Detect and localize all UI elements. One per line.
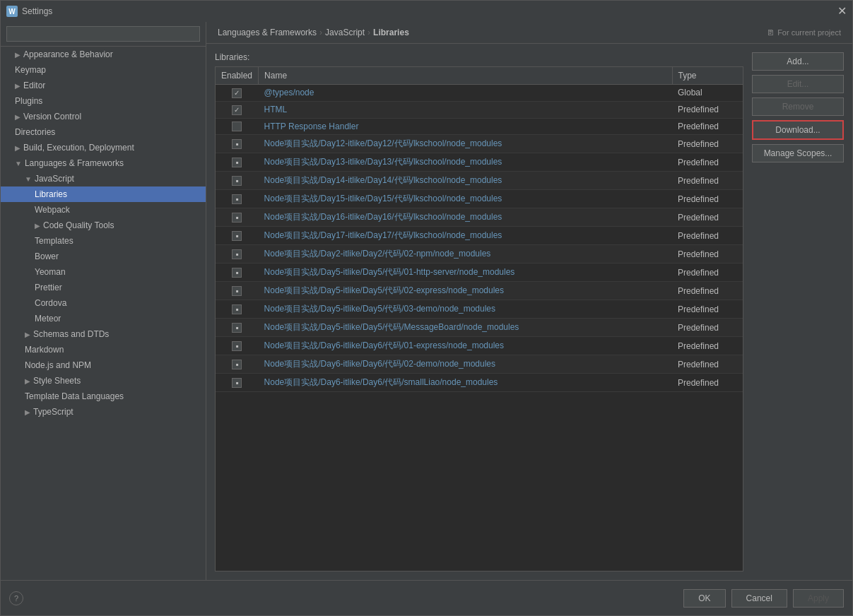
cell-name: Node项目实战/Day16-itlike/Day16/代码/lkschool/… [259,208,672,227]
search-input[interactable] [6,26,200,42]
sidebar-item-template-data[interactable]: Template Data Languages ⧉ [1,389,206,404]
checkbox[interactable] [232,304,242,314]
sidebar-item-label: Version Control [23,112,192,122]
add-button[interactable]: Add... [752,52,844,71]
libraries-table-container[interactable]: Enabled Name Type @types/node Global HTM… [215,66,743,571]
sidebar-item-lang-frameworks[interactable]: ▼ Languages & Frameworks [1,155,206,171]
sidebar-item-plugins[interactable]: Plugins [1,93,206,109]
help-button[interactable]: ? [9,591,23,605]
cell-type: Predefined [672,245,743,263]
sidebar-item-build-exec[interactable]: ▶ Build, Execution, Deployment [1,140,206,155]
ok-button[interactable]: OK [683,589,725,608]
checkbox[interactable] [232,213,242,223]
chevron-right-icon: ▶ [25,377,30,385]
sidebar-item-nodejs-npm[interactable]: Node.js and NPM ⧉ [1,357,206,373]
sidebar-item-label: Schemas and DTDs [33,329,192,339]
checkbox[interactable] [232,122,242,131]
table-row[interactable]: Node项目实战/Day5-itlike/Day5/代码/03-demo/nod… [216,300,743,319]
sidebar-item-markdown[interactable]: Markdown ⧉ [1,342,206,357]
sidebar-item-keymap[interactable]: Keymap [1,62,206,78]
table-row[interactable]: Node项目实战/Day6-itlike/Day6/代码/smallLiao/n… [216,374,743,392]
table-row[interactable]: Node项目实战/Day12-itlike/Day12/代码/lkschool/… [216,135,743,153]
sidebar-item-typescript[interactable]: ▶ TypeScript [1,404,206,420]
checkbox[interactable] [232,88,242,98]
table-row[interactable]: Node项目实战/Day16-itlike/Day16/代码/lkschool/… [216,208,743,227]
cell-name: Node项目实战/Day5-itlike/Day5/代码/MessageBoar… [259,319,672,337]
close-button[interactable]: ✕ [837,6,847,17]
table-row[interactable]: Node项目实战/Day2-itlike/Day2/代码/02-npm/node… [216,245,743,263]
table-row[interactable]: Node项目实战/Day14-itlike/Day14/代码/lkschool/… [216,172,743,190]
cell-name: Node项目实战/Day17-itlike/Day17/代码/lkschool/… [259,227,672,245]
cell-type: Predefined [672,208,743,227]
checkbox[interactable] [232,158,242,167]
sidebar-item-javascript[interactable]: ▼ JavaScript [1,171,206,186]
sidebar-item-label: Plugins [15,96,200,106]
checkbox[interactable] [232,268,242,278]
cell-type: Predefined [672,190,743,208]
checkbox[interactable] [232,341,242,351]
table-row[interactable]: Node项目实战/Day6-itlike/Day6/代码/01-express/… [216,337,743,355]
checkbox[interactable] [232,139,242,149]
breadcrumb-part2: JavaScript [325,28,365,37]
sidebar-item-templates[interactable]: Templates ⧉ [1,233,206,249]
main-content: ▶ Appearance & Behavior ⧉ Keymap ▶ Edito… [1,22,852,580]
checkbox[interactable] [232,105,242,115]
sidebar-item-schemas-dtds[interactable]: ▶ Schemas and DTDs ⧉ [1,326,206,342]
sidebar-item-appearance[interactable]: ▶ Appearance & Behavior ⧉ [1,47,206,62]
cancel-button[interactable]: Cancel [731,589,787,608]
checkbox[interactable] [232,194,242,204]
sidebar-item-label: Prettier [35,283,192,292]
table-row[interactable]: Node项目实战/Day5-itlike/Day5/代码/01-http-ser… [216,263,743,282]
checkbox[interactable] [232,249,242,259]
manage-scopes-button[interactable]: Manage Scopes... [752,144,844,162]
sidebar-item-webpack[interactable]: Webpack ⧉ [1,202,206,218]
sidebar-item-meteor[interactable]: Meteor ⧉ [1,311,206,326]
cell-enabled [216,282,259,300]
checkbox[interactable] [232,378,242,388]
table-row[interactable]: Node项目实战/Day17-itlike/Day17/代码/lkschool/… [216,227,743,245]
cell-type: Predefined [672,101,743,118]
cell-name: Node项目实战/Day5-itlike/Day5/代码/01-http-ser… [259,263,672,282]
sidebar-item-code-quality[interactable]: ▶ Code Quality Tools ⧉ [1,218,206,233]
sidebar-item-editor[interactable]: ▶ Editor [1,78,206,93]
cell-enabled [216,300,259,319]
checkbox[interactable] [232,323,242,333]
table-row[interactable]: Node项目实战/Day5-itlike/Day5/代码/MessageBoar… [216,319,743,337]
cell-name: Node项目实战/Day6-itlike/Day6/代码/smallLiao/n… [259,374,672,392]
sidebar-item-yeoman[interactable]: Yeoman ⧉ [1,264,206,280]
table-row[interactable]: Node项目实战/Day5-itlike/Day5/代码/02-express/… [216,282,743,300]
table-row[interactable]: @types/node Global [216,85,743,102]
cell-name: Node项目实战/Day5-itlike/Day5/代码/03-demo/nod… [259,300,672,319]
download-button[interactable]: Download... [752,120,844,140]
checkbox[interactable] [232,231,242,241]
checkbox[interactable] [232,176,242,186]
sidebar-item-stylesheets[interactable]: ▶ Style Sheets ⧉ [1,373,206,389]
chevron-right-icon: ▶ [15,113,20,121]
checkbox[interactable] [232,286,242,296]
checkbox[interactable] [232,360,242,369]
apply-button[interactable]: Apply [793,589,844,608]
sidebar-item-directories[interactable]: Directories ⧉ [1,124,206,140]
cell-name: HTML [259,101,672,118]
cell-type: Predefined [672,153,743,172]
table-row[interactable]: Node项目实战/Day6-itlike/Day6/代码/02-demo/nod… [216,355,743,374]
cell-type: Predefined [672,337,743,355]
table-row[interactable]: Node项目实战/Day15-itlike/Day15/代码/lkschool/… [216,190,743,208]
sidebar-item-prettier[interactable]: Prettier ⧉ [1,280,206,295]
cell-enabled [216,374,259,392]
remove-button[interactable]: Remove [752,97,844,116]
sidebar-item-cordova[interactable]: Cordova ⧉ [1,295,206,311]
cell-enabled [216,208,259,227]
sidebar-item-version-control[interactable]: ▶ Version Control ⧉ [1,109,206,124]
sidebar-item-label: Libraries [35,189,192,199]
sidebar-item-label: Markdown [25,345,192,355]
edit-button[interactable]: Edit... [752,75,844,93]
table-row[interactable]: HTTP Response Handler Predefined [216,118,743,135]
sidebar-item-bower[interactable]: Bower ⧉ [1,249,206,264]
table-row[interactable]: Node项目实战/Day13-itlike/Day13/代码/lkschool/… [216,153,743,172]
sidebar-item-libraries[interactable]: Libraries ⧉ [1,186,206,202]
sidebar-item-label: Template Data Languages [25,391,192,401]
table-row[interactable]: HTML Predefined [216,101,743,118]
libraries-content: Libraries: Enabled Name Type [206,44,852,580]
libraries-panel: Libraries: Enabled Name Type [215,52,743,571]
